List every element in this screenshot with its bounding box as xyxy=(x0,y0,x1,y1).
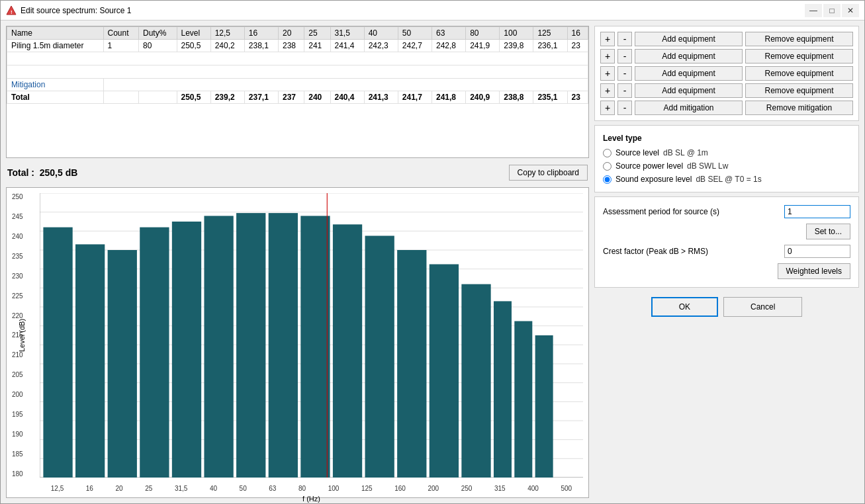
col-f31: 31,5 xyxy=(330,27,364,40)
x-label-12: 12,5 xyxy=(51,485,64,492)
add-equipment-btn-1[interactable]: Add equipment xyxy=(635,32,743,46)
y-label-220: 220 xyxy=(12,312,23,319)
x-label-50: 50 xyxy=(240,485,247,492)
x-label-160: 160 xyxy=(394,485,406,492)
copy-to-clipboard-button[interactable]: Copy to clipboard xyxy=(509,165,588,181)
radio-source-level-label: Source level xyxy=(615,148,659,157)
x-label-100: 100 xyxy=(328,485,340,492)
remove-equipment-btn-3[interactable]: Remove equipment xyxy=(745,66,853,81)
add-count-btn-3[interactable]: + xyxy=(600,66,615,81)
close-button[interactable]: ✕ xyxy=(842,4,859,17)
radio-source-level[interactable] xyxy=(603,149,612,157)
radio-power-level-desc: dB SWL Lw xyxy=(687,161,728,171)
left-panel: Name Count Duty% Level 12,5 16 20 25 31,… xyxy=(6,26,589,498)
radio-sound-exposure-desc: dB SEL @ T0 = 1s xyxy=(696,175,761,184)
remove-count-btn-4[interactable]: - xyxy=(617,83,632,98)
add-count-btn-1[interactable]: + xyxy=(600,32,615,46)
y-axis-title: Level (dB) xyxy=(18,319,26,352)
add-equipment-btn-2[interactable]: Add equipment xyxy=(635,49,743,63)
cell-level: 250,5 xyxy=(177,40,210,52)
assessment-period-input[interactable]: 1 xyxy=(784,205,850,218)
remove-mitigation-btn[interactable]: Remove mitigation xyxy=(745,101,853,115)
equipment-row-5: + - Add mitigation Remove mitigation xyxy=(600,101,853,115)
table-scroll[interactable]: Name Count Duty% Level 12,5 16 20 25 31,… xyxy=(7,26,588,157)
level-type-radio-group: Source level dB SL @ 1m Source power lev… xyxy=(603,148,850,184)
svg-rect-26 xyxy=(269,213,298,478)
remove-count-btn-3[interactable]: - xyxy=(617,66,632,81)
horizontal-scrollbar[interactable]: ◀ ▶ xyxy=(7,157,588,158)
minimize-button[interactable]: — xyxy=(805,4,822,17)
total-label: Total xyxy=(7,91,104,104)
svg-rect-30 xyxy=(365,236,394,478)
add-count-btn-4[interactable]: + xyxy=(600,83,615,98)
radio-row-source-level: Source level dB SL @ 1m xyxy=(603,148,850,157)
add-count-btn-2[interactable]: + xyxy=(600,49,615,63)
add-mitigation-btn[interactable]: Add mitigation xyxy=(635,101,743,115)
svg-rect-33 xyxy=(461,284,490,478)
cell-f12: 240,2 xyxy=(210,40,244,52)
cancel-button[interactable]: Cancel xyxy=(723,297,802,317)
remove-count-btn-2[interactable]: - xyxy=(617,49,632,63)
y-label-245: 245 xyxy=(12,213,23,220)
level-type-panel: Level type Source level dB SL @ 1m Sourc… xyxy=(594,125,859,192)
crest-factor-input[interactable] xyxy=(784,245,850,258)
add-count-btn-5[interactable]: + xyxy=(600,101,615,115)
radio-power-level[interactable] xyxy=(603,162,612,171)
y-label-235: 235 xyxy=(12,253,23,260)
y-label-225: 225 xyxy=(12,292,23,300)
x-label-400: 400 xyxy=(527,485,539,492)
remove-equipment-btn-2[interactable]: Remove equipment xyxy=(745,49,853,63)
ok-button[interactable]: OK xyxy=(651,297,718,317)
equipment-row-3: + - Add equipment Remove equipment xyxy=(600,66,853,81)
table-row xyxy=(7,65,588,79)
svg-rect-23 xyxy=(172,222,201,478)
y-label-190: 190 xyxy=(12,431,23,438)
col-f12: 12,5 xyxy=(210,27,244,40)
col-f50: 50 xyxy=(398,27,432,40)
radio-sound-exposure[interactable] xyxy=(603,175,612,184)
weighted-levels-button[interactable]: Weighted levels xyxy=(778,263,851,279)
cell-f20: 238 xyxy=(278,40,304,52)
svg-rect-21 xyxy=(108,250,137,478)
total-f16b: 23 xyxy=(567,91,588,104)
remove-equipment-btn-4[interactable]: Remove equipment xyxy=(745,83,853,98)
y-label-210: 210 xyxy=(12,351,23,358)
col-f20: 20 xyxy=(278,27,304,40)
remove-equipment-btn-1[interactable]: Remove equipment xyxy=(745,32,853,46)
remove-count-btn-5[interactable]: - xyxy=(617,101,632,115)
crest-factor-row: Crest factor (Peak dB > RMS) xyxy=(603,245,850,258)
total-f20: 237 xyxy=(278,91,304,104)
x-label-500: 500 xyxy=(561,485,572,492)
add-equipment-btn-3[interactable]: Add equipment xyxy=(635,66,743,81)
assessment-period-row: Assessment period for source (s) 1 xyxy=(603,205,850,218)
x-label-63: 63 xyxy=(269,485,276,492)
total-f40: 241,3 xyxy=(364,91,398,104)
cell-f80: 241,9 xyxy=(466,40,500,52)
col-f16b: 16 xyxy=(567,27,588,40)
cell-duty: 80 xyxy=(139,40,177,52)
right-panel: + - Add equipment Remove equipment + - A… xyxy=(594,26,859,498)
svg-rect-27 xyxy=(300,216,330,478)
equipment-panel: + - Add equipment Remove equipment + - A… xyxy=(594,26,859,121)
maximize-button[interactable]: □ xyxy=(823,4,841,17)
window-title: Edit source spectrum: Source 1 xyxy=(21,6,131,15)
total-row: Total 250,5 239,2 237,1 237 240 240,4 24… xyxy=(7,91,588,104)
total-f80: 240,9 xyxy=(466,91,500,104)
equipment-row-4: + - Add equipment Remove equipment xyxy=(600,83,853,98)
col-f25: 25 xyxy=(304,27,330,40)
footer-buttons: OK Cancel xyxy=(594,292,859,319)
total-f12: 239,2 xyxy=(210,91,244,104)
set-to-button[interactable]: Set to... xyxy=(806,224,850,239)
total-f50: 241,7 xyxy=(398,91,432,104)
cell-f16b: 23 xyxy=(567,40,588,52)
remove-count-btn-1[interactable]: - xyxy=(617,32,632,46)
svg-rect-36 xyxy=(535,335,553,478)
table-row: Piling 1.5m diameter 1 80 250,5 240,2 23… xyxy=(7,40,588,52)
svg-rect-34 xyxy=(494,301,512,478)
assessment-period-label: Assessment period for source (s) xyxy=(603,207,779,216)
add-equipment-btn-4[interactable]: Add equipment xyxy=(635,83,743,98)
title-bar-left: ! Edit source spectrum: Source 1 xyxy=(6,5,131,16)
chart-area: 250 245 240 235 230 225 220 215 210 205 … xyxy=(6,187,589,498)
level-type-title: Level type xyxy=(603,134,850,143)
col-count: Count xyxy=(103,27,139,40)
